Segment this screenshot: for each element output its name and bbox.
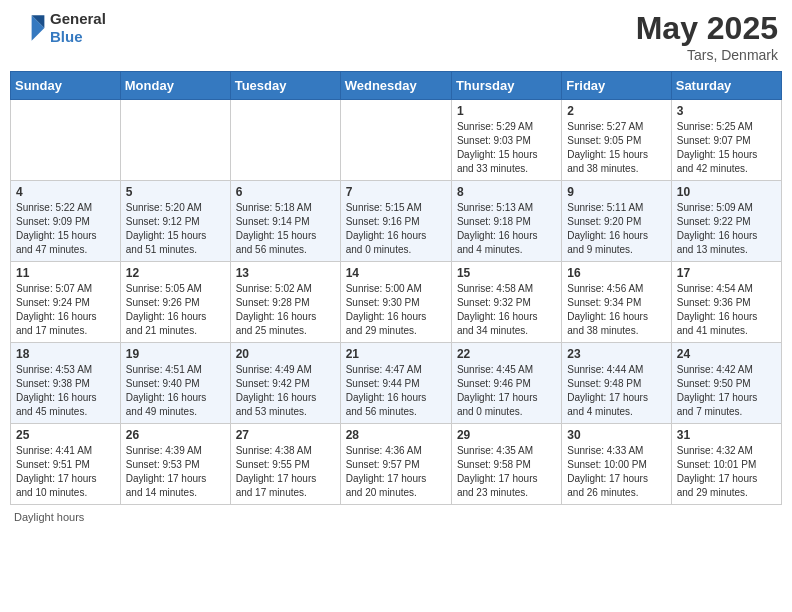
day-info: Sunrise: 4:49 AM Sunset: 9:42 PM Dayligh… xyxy=(236,363,335,419)
calendar-cell: 25Sunrise: 4:41 AM Sunset: 9:51 PM Dayli… xyxy=(11,424,121,505)
calendar-cell: 7Sunrise: 5:15 AM Sunset: 9:16 PM Daylig… xyxy=(340,181,451,262)
day-info: Sunrise: 5:20 AM Sunset: 9:12 PM Dayligh… xyxy=(126,201,225,257)
logo-text: General Blue xyxy=(50,10,106,46)
calendar-cell: 9Sunrise: 5:11 AM Sunset: 9:20 PM Daylig… xyxy=(562,181,671,262)
calendar-cell: 2Sunrise: 5:27 AM Sunset: 9:05 PM Daylig… xyxy=(562,100,671,181)
calendar-cell: 16Sunrise: 4:56 AM Sunset: 9:34 PM Dayli… xyxy=(562,262,671,343)
calendar-day-header: Thursday xyxy=(451,72,561,100)
calendar-cell: 4Sunrise: 5:22 AM Sunset: 9:09 PM Daylig… xyxy=(11,181,121,262)
day-number: 28 xyxy=(346,428,446,442)
day-info: Sunrise: 4:36 AM Sunset: 9:57 PM Dayligh… xyxy=(346,444,446,500)
day-info: Sunrise: 4:56 AM Sunset: 9:34 PM Dayligh… xyxy=(567,282,665,338)
day-info: Sunrise: 4:38 AM Sunset: 9:55 PM Dayligh… xyxy=(236,444,335,500)
calendar-cell: 14Sunrise: 5:00 AM Sunset: 9:30 PM Dayli… xyxy=(340,262,451,343)
daylight-hours-label: Daylight hours xyxy=(14,511,84,523)
calendar-cell: 17Sunrise: 4:54 AM Sunset: 9:36 PM Dayli… xyxy=(671,262,781,343)
title-block: May 2025 Tars, Denmark xyxy=(636,10,778,63)
day-info: Sunrise: 4:32 AM Sunset: 10:01 PM Daylig… xyxy=(677,444,776,500)
day-number: 23 xyxy=(567,347,665,361)
calendar-cell: 29Sunrise: 4:35 AM Sunset: 9:58 PM Dayli… xyxy=(451,424,561,505)
calendar-cell: 15Sunrise: 4:58 AM Sunset: 9:32 PM Dayli… xyxy=(451,262,561,343)
calendar-cell: 6Sunrise: 5:18 AM Sunset: 9:14 PM Daylig… xyxy=(230,181,340,262)
day-number: 8 xyxy=(457,185,556,199)
day-number: 12 xyxy=(126,266,225,280)
day-number: 22 xyxy=(457,347,556,361)
day-info: Sunrise: 4:58 AM Sunset: 9:32 PM Dayligh… xyxy=(457,282,556,338)
day-info: Sunrise: 5:25 AM Sunset: 9:07 PM Dayligh… xyxy=(677,120,776,176)
day-info: Sunrise: 4:51 AM Sunset: 9:40 PM Dayligh… xyxy=(126,363,225,419)
calendar-cell: 1Sunrise: 5:29 AM Sunset: 9:03 PM Daylig… xyxy=(451,100,561,181)
day-number: 16 xyxy=(567,266,665,280)
day-number: 11 xyxy=(16,266,115,280)
calendar-week-row: 25Sunrise: 4:41 AM Sunset: 9:51 PM Dayli… xyxy=(11,424,782,505)
day-number: 19 xyxy=(126,347,225,361)
calendar-day-header: Tuesday xyxy=(230,72,340,100)
calendar-day-header: Saturday xyxy=(671,72,781,100)
calendar-cell: 27Sunrise: 4:38 AM Sunset: 9:55 PM Dayli… xyxy=(230,424,340,505)
day-number: 17 xyxy=(677,266,776,280)
day-info: Sunrise: 5:00 AM Sunset: 9:30 PM Dayligh… xyxy=(346,282,446,338)
day-number: 15 xyxy=(457,266,556,280)
day-info: Sunrise: 4:41 AM Sunset: 9:51 PM Dayligh… xyxy=(16,444,115,500)
day-info: Sunrise: 5:15 AM Sunset: 9:16 PM Dayligh… xyxy=(346,201,446,257)
day-info: Sunrise: 4:47 AM Sunset: 9:44 PM Dayligh… xyxy=(346,363,446,419)
day-info: Sunrise: 5:13 AM Sunset: 9:18 PM Dayligh… xyxy=(457,201,556,257)
day-info: Sunrise: 5:18 AM Sunset: 9:14 PM Dayligh… xyxy=(236,201,335,257)
calendar-cell: 22Sunrise: 4:45 AM Sunset: 9:46 PM Dayli… xyxy=(451,343,561,424)
calendar-header-row: SundayMondayTuesdayWednesdayThursdayFrid… xyxy=(11,72,782,100)
calendar-cell: 20Sunrise: 4:49 AM Sunset: 9:42 PM Dayli… xyxy=(230,343,340,424)
calendar-cell: 26Sunrise: 4:39 AM Sunset: 9:53 PM Dayli… xyxy=(120,424,230,505)
location-subtitle: Tars, Denmark xyxy=(636,47,778,63)
day-info: Sunrise: 4:53 AM Sunset: 9:38 PM Dayligh… xyxy=(16,363,115,419)
calendar-cell: 24Sunrise: 4:42 AM Sunset: 9:50 PM Dayli… xyxy=(671,343,781,424)
day-info: Sunrise: 4:39 AM Sunset: 9:53 PM Dayligh… xyxy=(126,444,225,500)
day-number: 4 xyxy=(16,185,115,199)
day-number: 3 xyxy=(677,104,776,118)
logo-icon xyxy=(14,12,46,44)
calendar-cell: 18Sunrise: 4:53 AM Sunset: 9:38 PM Dayli… xyxy=(11,343,121,424)
day-number: 7 xyxy=(346,185,446,199)
calendar-week-row: 1Sunrise: 5:29 AM Sunset: 9:03 PM Daylig… xyxy=(11,100,782,181)
day-info: Sunrise: 5:02 AM Sunset: 9:28 PM Dayligh… xyxy=(236,282,335,338)
calendar-cell xyxy=(11,100,121,181)
calendar-cell: 28Sunrise: 4:36 AM Sunset: 9:57 PM Dayli… xyxy=(340,424,451,505)
day-number: 10 xyxy=(677,185,776,199)
calendar-cell: 11Sunrise: 5:07 AM Sunset: 9:24 PM Dayli… xyxy=(11,262,121,343)
day-info: Sunrise: 5:22 AM Sunset: 9:09 PM Dayligh… xyxy=(16,201,115,257)
day-info: Sunrise: 4:42 AM Sunset: 9:50 PM Dayligh… xyxy=(677,363,776,419)
day-number: 29 xyxy=(457,428,556,442)
day-number: 9 xyxy=(567,185,665,199)
calendar-cell: 30Sunrise: 4:33 AM Sunset: 10:00 PM Dayl… xyxy=(562,424,671,505)
day-info: Sunrise: 5:27 AM Sunset: 9:05 PM Dayligh… xyxy=(567,120,665,176)
calendar-cell: 31Sunrise: 4:32 AM Sunset: 10:01 PM Dayl… xyxy=(671,424,781,505)
logo: General Blue xyxy=(14,10,106,46)
day-info: Sunrise: 4:35 AM Sunset: 9:58 PM Dayligh… xyxy=(457,444,556,500)
day-info: Sunrise: 5:29 AM Sunset: 9:03 PM Dayligh… xyxy=(457,120,556,176)
day-number: 30 xyxy=(567,428,665,442)
day-number: 1 xyxy=(457,104,556,118)
calendar-day-header: Monday xyxy=(120,72,230,100)
calendar-day-header: Wednesday xyxy=(340,72,451,100)
day-number: 31 xyxy=(677,428,776,442)
calendar-cell xyxy=(120,100,230,181)
calendar-cell: 5Sunrise: 5:20 AM Sunset: 9:12 PM Daylig… xyxy=(120,181,230,262)
calendar-cell: 8Sunrise: 5:13 AM Sunset: 9:18 PM Daylig… xyxy=(451,181,561,262)
day-info: Sunrise: 5:09 AM Sunset: 9:22 PM Dayligh… xyxy=(677,201,776,257)
day-info: Sunrise: 5:05 AM Sunset: 9:26 PM Dayligh… xyxy=(126,282,225,338)
calendar-cell: 13Sunrise: 5:02 AM Sunset: 9:28 PM Dayli… xyxy=(230,262,340,343)
calendar-cell: 23Sunrise: 4:44 AM Sunset: 9:48 PM Dayli… xyxy=(562,343,671,424)
calendar-day-header: Sunday xyxy=(11,72,121,100)
day-info: Sunrise: 4:33 AM Sunset: 10:00 PM Daylig… xyxy=(567,444,665,500)
calendar-cell: 21Sunrise: 4:47 AM Sunset: 9:44 PM Dayli… xyxy=(340,343,451,424)
calendar-week-row: 18Sunrise: 4:53 AM Sunset: 9:38 PM Dayli… xyxy=(11,343,782,424)
day-number: 18 xyxy=(16,347,115,361)
calendar-week-row: 4Sunrise: 5:22 AM Sunset: 9:09 PM Daylig… xyxy=(11,181,782,262)
calendar-cell: 12Sunrise: 5:05 AM Sunset: 9:26 PM Dayli… xyxy=(120,262,230,343)
day-number: 26 xyxy=(126,428,225,442)
calendar-week-row: 11Sunrise: 5:07 AM Sunset: 9:24 PM Dayli… xyxy=(11,262,782,343)
day-number: 14 xyxy=(346,266,446,280)
calendar-cell: 19Sunrise: 4:51 AM Sunset: 9:40 PM Dayli… xyxy=(120,343,230,424)
day-number: 24 xyxy=(677,347,776,361)
day-number: 25 xyxy=(16,428,115,442)
day-info: Sunrise: 5:07 AM Sunset: 9:24 PM Dayligh… xyxy=(16,282,115,338)
